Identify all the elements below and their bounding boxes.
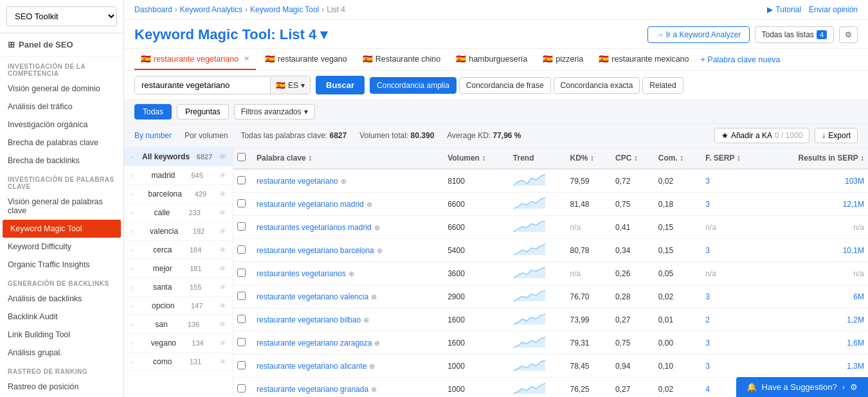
results-link[interactable]: 1,3M — [847, 362, 864, 371]
select-all-checkbox[interactable] — [237, 153, 246, 161]
eye-icon[interactable]: 👁 — [219, 153, 226, 161]
keyword-link[interactable]: restaurante vegetariano alicante — [257, 362, 366, 371]
sidebar-item[interactable]: Rastreo de posición — [0, 378, 123, 396]
eye-icon[interactable]: 👁 — [219, 321, 226, 328]
col-fserp[interactable]: F. SERP ↕ — [701, 148, 763, 169]
lang-select[interactable]: 🇪🇸 ES ▾ — [270, 77, 310, 94]
keyword-link[interactable]: restaurantes vegetarianos — [257, 269, 346, 278]
sidebar-item[interactable]: Backlink Audit — [0, 308, 123, 326]
sidebar-item[interactable]: Keyword Difficulty — [0, 238, 123, 256]
results-link[interactable]: 6M — [853, 292, 864, 301]
breadcrumb-tool[interactable]: Keyword Magic Tool — [250, 5, 319, 14]
keyword-group-item[interactable]: › como 131 👁 — [124, 353, 233, 371]
sidebar-item[interactable]: Análisis del tráfico — [0, 98, 123, 116]
suggest-icon[interactable]: ⊕ — [371, 293, 377, 301]
results-link[interactable]: 12,1M — [843, 200, 864, 209]
keyword-link[interactable]: restaurante vegetariano zaragoza — [257, 339, 372, 348]
advanced-filter[interactable]: Filtros avanzados ▾ — [234, 104, 315, 119]
keyword-group-item[interactable]: › mejor 181 👁 — [124, 260, 233, 278]
add-ka-button[interactable]: ★ Añadir a KA 0 / 1000 — [714, 128, 809, 143]
keyword-group-item[interactable]: › vegano 134 👁 — [124, 334, 233, 353]
sidebar-item[interactable]: Visión general de palabras clave — [0, 193, 123, 220]
keyword-link[interactable]: restaurante vegetariano granada — [257, 385, 368, 394]
keyword-link[interactable]: restaurante vegetariano barcelona — [257, 246, 374, 255]
keyword-group-item[interactable]: › madrid 645 👁 — [124, 166, 233, 185]
toolkit-select[interactable]: SEO Toolkit — [6, 6, 117, 26]
search-button[interactable]: Buscar — [316, 76, 365, 94]
match-type-button[interactable]: Concordancia de frase — [459, 77, 551, 94]
panel-btn[interactable]: ⊞ Panel de SEO — [0, 33, 123, 57]
col-com[interactable]: Com. ↕ — [655, 148, 701, 169]
keyword-group-item[interactable]: › All keywords 6827 👁 — [124, 148, 233, 166]
toggle-number[interactable]: By number — [134, 131, 172, 140]
suggest-icon[interactable]: ⊕ — [369, 362, 375, 370]
tab-item[interactable]: 🇪🇸hamburguesería — [449, 49, 534, 70]
row-checkbox[interactable] — [237, 384, 246, 393]
sidebar-item[interactable]: Keyword Magic Tool — [3, 220, 121, 238]
eye-icon[interactable]: 👁 — [219, 246, 226, 254]
toggle-volume[interactable]: Por volumen — [185, 131, 228, 140]
tab-item[interactable]: 🇪🇸restaurante mexicano — [592, 49, 695, 70]
sidebar-dropdown[interactable]: SEO Toolkit — [0, 0, 123, 33]
keyword-group-item[interactable]: › calle 233 👁 — [124, 204, 233, 222]
fserp-link[interactable]: 3 — [705, 339, 710, 348]
add-tab-button[interactable]: + Palabra clave nueva — [698, 50, 783, 69]
suggest-icon[interactable]: ⊕ — [341, 177, 347, 185]
keyword-group-item[interactable]: › barcelona 429 👁 — [124, 185, 233, 204]
suggest-icon[interactable]: ⊕ — [377, 247, 383, 254]
results-link[interactable]: 1,2M — [847, 315, 864, 324]
fserp-link[interactable]: 3 — [705, 292, 710, 301]
export-button[interactable]: ↓ Export — [815, 128, 858, 143]
row-checkbox[interactable] — [237, 199, 246, 207]
row-checkbox[interactable] — [237, 245, 246, 254]
fserp-link[interactable]: 3 — [705, 177, 710, 186]
col-results[interactable]: Results in SERP ↕ — [763, 148, 868, 169]
sidebar-item[interactable]: Brecha de backlinks — [0, 152, 123, 170]
suggest-icon[interactable]: ⊕ — [366, 200, 372, 208]
eye-icon[interactable]: 👁 — [219, 190, 226, 198]
keyword-group-item[interactable]: › santa 155 👁 — [124, 278, 233, 297]
fserp-link[interactable]: 3 — [705, 200, 710, 209]
todas-button[interactable]: Todas — [134, 104, 172, 119]
tab-item[interactable]: 🇪🇸Restaurante chino — [356, 49, 447, 70]
row-checkbox[interactable] — [237, 338, 246, 346]
breadcrumb-analytics[interactable]: Keyword Analytics — [180, 5, 242, 14]
col-volume[interactable]: Volumen ↕ — [444, 148, 509, 169]
fserp-link[interactable]: 3 — [705, 246, 710, 255]
sidebar-item[interactable]: Análisis de backlinks — [0, 290, 123, 308]
tab-item[interactable]: 🇪🇸restaurante vegano — [258, 49, 354, 70]
suggest-icon[interactable]: ⊕ — [374, 224, 380, 231]
keyword-link[interactable]: restaurante vegetariano — [257, 177, 338, 186]
lists-button[interactable]: Todas las listas 4 — [755, 26, 835, 43]
row-checkbox[interactable] — [237, 361, 246, 369]
row-checkbox[interactable] — [237, 222, 246, 231]
analyzer-button[interactable]: → Ir a Keyword Analyzer — [647, 26, 749, 43]
fserp-link[interactable]: 2 — [705, 315, 710, 324]
match-type-button[interactable]: Related — [642, 77, 683, 94]
tab-close[interactable]: ✕ — [244, 55, 249, 63]
suggest-icon[interactable]: ⊕ — [374, 339, 380, 347]
fserp-link[interactable]: 4 — [705, 385, 710, 394]
suggest-icon[interactable]: ⊕ — [363, 316, 369, 324]
suggestion-banner[interactable]: 🔔 Have a Suggestion? › ⚙ — [736, 377, 868, 397]
keyword-group-item[interactable]: › cerca 184 👁 — [124, 241, 233, 260]
preguntas-button[interactable]: Preguntas — [177, 104, 229, 119]
tutorial-btn[interactable]: ▶ Tutorial — [767, 5, 801, 14]
keyword-link[interactable]: restaurante vegetariano valencia — [257, 292, 368, 301]
tab-item[interactable]: 🇪🇸restaurante vegetariano✕ — [134, 49, 256, 70]
keyword-link[interactable]: restaurantes vegetarianos madrid — [257, 223, 372, 232]
keyword-link[interactable]: restaurante vegetariano madrid — [257, 200, 364, 209]
sidebar-item[interactable]: Análisis grupal. — [0, 344, 123, 362]
suggest-icon[interactable]: ⊕ — [371, 385, 377, 393]
tab-item[interactable]: 🇪🇸pizzeria — [536, 49, 590, 70]
row-checkbox[interactable] — [237, 269, 246, 277]
results-link[interactable]: 1,6M — [847, 339, 864, 348]
fserp-link[interactable]: 3 — [705, 362, 710, 371]
eye-icon[interactable]: 👁 — [219, 172, 226, 179]
suggest-icon[interactable]: ⊕ — [348, 270, 354, 278]
eye-icon[interactable]: 👁 — [219, 302, 226, 310]
row-checkbox[interactable] — [237, 176, 246, 184]
keyword-group-item[interactable]: › opcion 147 👁 — [124, 297, 233, 315]
eye-icon[interactable]: 👁 — [219, 209, 226, 216]
col-cpc[interactable]: CPC ↕ — [611, 148, 655, 169]
